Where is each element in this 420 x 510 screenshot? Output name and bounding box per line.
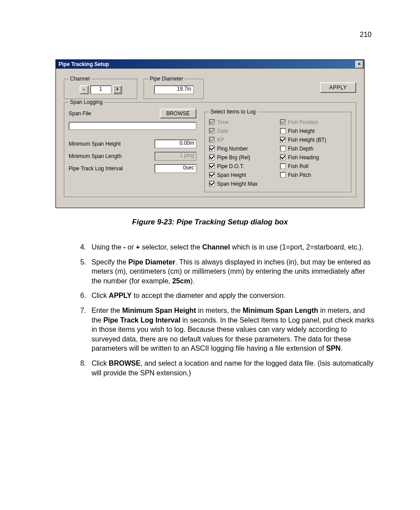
- checkbox[interactable]: [280, 146, 286, 151]
- checkbox-label: KP: [217, 137, 224, 143]
- log-interval-label: Pipe Track Log Interval: [69, 165, 150, 172]
- span-file-label: Span File: [69, 110, 156, 117]
- select-items-col2: Fish PositionFish HeightFish Height (BT)…: [280, 118, 346, 187]
- checkbox: [209, 119, 215, 125]
- checkbox-row: Fish Heading: [280, 154, 346, 161]
- checkbox[interactable]: [209, 154, 215, 160]
- checkbox[interactable]: [209, 181, 215, 187]
- min-span-length-input[interactable]: 1 ping: [155, 152, 196, 161]
- checkbox-row: Fish Roll: [280, 162, 346, 170]
- checkbox-row: Span Height: [209, 171, 276, 179]
- min-span-height-input[interactable]: 0.00m: [155, 139, 196, 148]
- step-8: Click BROWSE, and select a location and …: [88, 359, 376, 378]
- channel-minus-button[interactable]: -: [80, 85, 88, 94]
- checkbox: [280, 119, 286, 125]
- span-logging-group: Span Logging Span File BROWSE Minimum Sp…: [64, 99, 356, 197]
- page-number: 210: [360, 31, 372, 39]
- checkbox-row: Fish Position: [280, 118, 346, 126]
- channel-group: Channel - 1 +: [64, 76, 137, 99]
- checkbox-label: Fish Roll: [288, 163, 309, 169]
- pipe-diameter-group: Pipe Diameter 19.7in: [144, 76, 204, 99]
- checkbox-row: KP: [209, 136, 276, 143]
- step-6: Click APPLY to accept the diameter and a…: [88, 291, 376, 301]
- checkbox-label: Fish Height: [288, 128, 315, 134]
- checkbox-label: Ping Number: [217, 146, 248, 152]
- checkbox-row: Fish Height (BT): [280, 136, 346, 143]
- log-interval-input[interactable]: 0sec: [155, 164, 196, 173]
- span-logging-legend: Span Logging: [69, 99, 104, 105]
- pipe-diameter-legend: Pipe Diameter: [148, 76, 184, 82]
- checkbox-row: Ping Number: [209, 145, 276, 152]
- checkbox-label: Span Height: [217, 172, 246, 178]
- checkbox[interactable]: [280, 163, 286, 169]
- checkbox[interactable]: [209, 172, 215, 178]
- min-span-length-label: Minimum Span Length: [69, 153, 150, 159]
- checkbox-row: Fish Pitch: [280, 171, 346, 179]
- checkbox[interactable]: [280, 137, 286, 143]
- pipe-diameter-input[interactable]: 19.7in: [154, 85, 194, 94]
- step-4: Using the - or + selector, select the Ch…: [88, 242, 376, 252]
- step-7: Enter the Minimum Span Height in meters,…: [88, 306, 376, 353]
- checkbox-row: Fish Height: [280, 127, 346, 135]
- checkbox-row: Date: [209, 127, 276, 135]
- channel-value[interactable]: 1: [90, 85, 111, 94]
- browse-button[interactable]: BROWSE: [160, 109, 196, 118]
- instruction-list: Using the - or + selector, select the Ch…: [44, 242, 376, 378]
- channel-legend: Channel: [69, 76, 91, 82]
- checkbox[interactable]: [280, 172, 286, 178]
- checkbox[interactable]: [209, 163, 215, 169]
- checkbox-row: Fish Depth: [280, 145, 346, 152]
- span-file-input[interactable]: [69, 122, 196, 130]
- checkbox-label: Fish Heading: [288, 154, 319, 161]
- select-items-legend: Select Items to Log: [209, 109, 257, 115]
- apply-button[interactable]: APPLY: [320, 82, 356, 93]
- checkbox[interactable]: [280, 128, 286, 134]
- dialog-window: Pipe Tracking Setup × Channel - 1 + Pipe…: [55, 59, 365, 208]
- min-span-height-label: Minimum Span Height: [69, 141, 150, 147]
- checkbox-label: Pipe Brg (Rel): [217, 154, 250, 161]
- checkbox-row: Pipe D.O.T.: [209, 162, 276, 170]
- checkbox: [209, 128, 215, 134]
- checkbox-row: Time: [209, 118, 276, 126]
- checkbox[interactable]: [209, 146, 215, 151]
- figure-caption: Figure 9-23: Pipe Tracking Setup dialog …: [44, 218, 376, 227]
- checkbox[interactable]: [280, 154, 286, 160]
- checkbox-row: Pipe Brg (Rel): [209, 154, 276, 161]
- checkbox-label: Fish Position: [288, 119, 318, 125]
- checkbox-label: Time: [217, 119, 228, 125]
- checkbox-label: Pipe D.O.T.: [217, 163, 244, 169]
- checkbox-label: Fish Height (BT): [288, 137, 326, 143]
- checkbox-label: Span Height Max: [217, 181, 258, 187]
- checkbox-label: Date: [217, 128, 228, 134]
- titlebar-text: Pipe Tracking Setup: [59, 60, 109, 69]
- select-items-group: Select Items to Log TimeDateKPPing Numbe…: [204, 109, 351, 192]
- checkbox-label: Fish Depth: [288, 146, 313, 152]
- checkbox-label: Fish Pitch: [288, 172, 311, 178]
- checkbox-row: Span Height Max: [209, 180, 276, 187]
- titlebar: Pipe Tracking Setup ×: [56, 60, 364, 69]
- select-items-col1: TimeDateKPPing NumberPipe Brg (Rel)Pipe …: [209, 118, 276, 187]
- close-button[interactable]: ×: [355, 61, 363, 68]
- step-5: Specify the Pipe Diameter. This is alway…: [88, 257, 376, 286]
- channel-plus-button[interactable]: +: [113, 85, 122, 94]
- checkbox: [209, 137, 215, 143]
